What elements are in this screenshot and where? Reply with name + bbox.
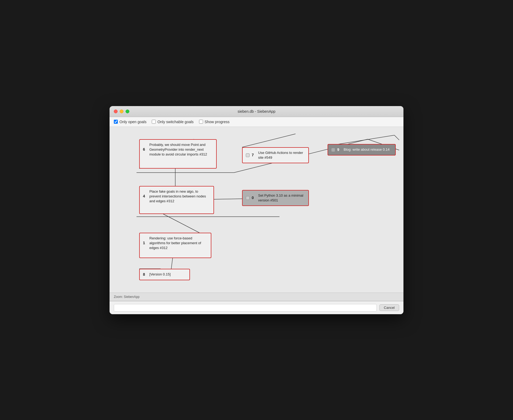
svg-line-8 — [171, 258, 173, 269]
goal-card-8[interactable]: 8 [Version 0.15] — [139, 269, 190, 281]
goal-checkbox-7[interactable] — [246, 153, 250, 157]
search-input[interactable] — [114, 304, 377, 312]
goal-card-4[interactable]: 4 Place fake goals in new algo, to preve… — [139, 186, 214, 214]
goal-number-7: 7 — [252, 153, 256, 158]
goal-card-6[interactable]: 6 Probably, we should move Point and Geo… — [139, 139, 217, 169]
goal-number-8: 8 — [143, 272, 147, 277]
goal-text-0: Set Python 3.10 as a minimal version #50… — [258, 193, 305, 203]
traffic-lights — [114, 110, 129, 113]
only-open-goals-text: Only open goals — [119, 120, 146, 124]
goal-row-4: 4 Place fake goals in new algo, to preve… — [143, 189, 210, 204]
goal-number-1: 1 — [143, 240, 147, 246]
only-switchable-goals-text: Only switchable goals — [157, 120, 193, 124]
goal-checkbox-0[interactable] — [246, 196, 250, 200]
goal-card-1[interactable]: 1 Rendering: use force-based algorithms … — [139, 233, 211, 258]
show-progress-checkbox[interactable] — [199, 120, 203, 124]
status-text: Zoom: SiebenApp — [114, 295, 139, 299]
app-window: sieben.db - SiebenApp Only open goals On… — [110, 106, 403, 314]
goal-text-7: Use GitHub Actions to render site #549 — [258, 150, 305, 160]
svg-line-3 — [394, 135, 399, 141]
only-switchable-goals-checkbox[interactable] — [152, 120, 156, 124]
goal-text-8: [Version 0.15] — [149, 272, 186, 277]
goal-card-7[interactable]: 7 Use GitHub Actions to render site #549 — [242, 147, 309, 163]
goal-card-0[interactable]: 0 Set Python 3.10 as a minimal version #… — [242, 190, 309, 206]
goal-row-8: 8 [Version 0.15] — [143, 272, 186, 277]
goal-number-4: 4 — [143, 194, 147, 199]
canvas-area: 6 Probably, we should move Point and Geo… — [114, 131, 399, 286]
toolbar: Only open goals Only switchable goals Sh… — [110, 117, 403, 127]
goal-text-4: Place fake goals in new algo, to prevent… — [149, 189, 210, 204]
goal-number-9: 9 — [337, 147, 341, 153]
minimize-button[interactable] — [120, 110, 123, 113]
goal-text-6: Probably, we should move Point and Geome… — [149, 142, 213, 157]
goal-number-6: 6 — [143, 147, 147, 152]
show-progress-text: Show progress — [205, 120, 230, 124]
goal-row-1: 1 Rendering: use force-based algorithms … — [143, 236, 208, 251]
goal-row-9: 9 Blog: write about release 0.14 — [331, 147, 392, 153]
goal-text-9: Blog: write about release 0.14 — [344, 147, 392, 152]
goal-checkbox-9[interactable] — [331, 148, 335, 152]
goal-card-9[interactable]: 9 Blog: write about release 0.14 — [328, 144, 396, 156]
only-open-goals-checkbox[interactable] — [114, 120, 118, 124]
bottom-bar: Cancel — [110, 301, 403, 314]
window-title: sieben.db - SiebenApp — [238, 109, 275, 114]
goal-text-1: Rendering: use force-based algorithms fo… — [149, 236, 208, 251]
status-bar: Zoom: SiebenApp — [110, 293, 403, 301]
only-switchable-goals-label[interactable]: Only switchable goals — [152, 120, 193, 124]
goal-number-0: 0 — [252, 195, 256, 201]
only-open-goals-label[interactable]: Only open goals — [114, 120, 146, 124]
goal-row-7: 7 Use GitHub Actions to render site #549 — [246, 150, 305, 160]
cancel-button[interactable]: Cancel — [379, 304, 399, 311]
close-button[interactable] — [114, 110, 118, 113]
main-content: 6 Probably, we should move Point and Geo… — [110, 127, 403, 293]
goal-row-0: 0 Set Python 3.10 as a minimal version #… — [246, 193, 305, 203]
maximize-button[interactable] — [126, 110, 129, 113]
goal-row-6: 6 Probably, we should move Point and Geo… — [143, 142, 213, 157]
title-bar: sieben.db - SiebenApp — [110, 106, 403, 117]
show-progress-label[interactable]: Show progress — [199, 120, 230, 124]
svg-line-7 — [211, 199, 242, 199]
svg-line-5 — [163, 214, 199, 233]
svg-line-1 — [242, 134, 296, 147]
